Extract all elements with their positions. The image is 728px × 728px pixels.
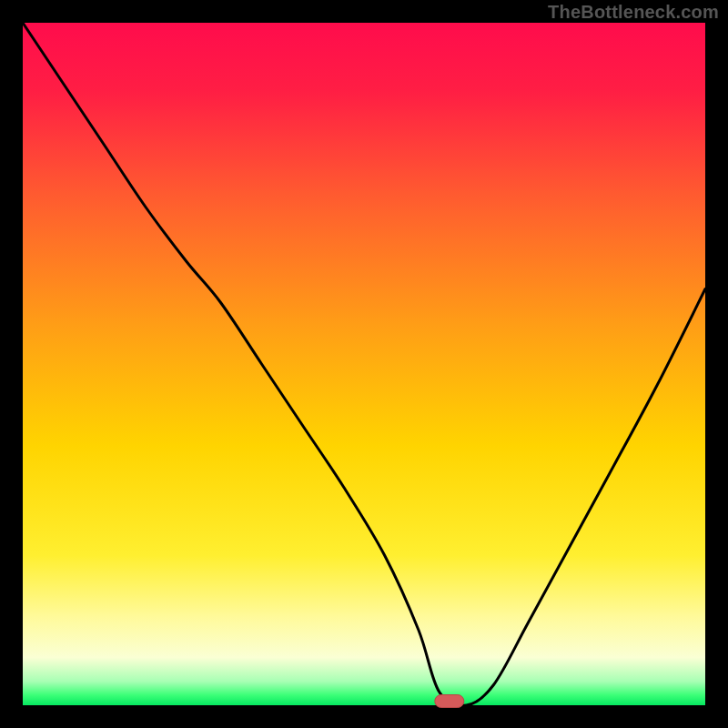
chart-plot-area xyxy=(23,23,705,705)
optimal-marker xyxy=(435,695,464,708)
bottleneck-chart xyxy=(0,0,728,728)
watermark-text: TheBottleneck.com xyxy=(548,2,719,23)
